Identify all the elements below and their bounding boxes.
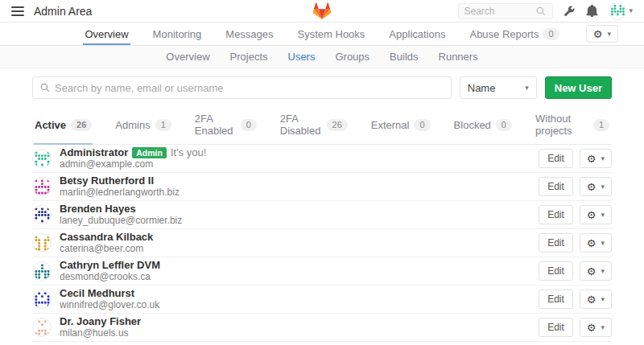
user-settings-dropdown[interactable]: ⚙ ▾ — [580, 205, 612, 224]
tab-label: Applications — [389, 28, 445, 40]
its-you-note: It's you! — [171, 146, 206, 158]
filter-tab-active[interactable]: Active26 — [34, 108, 93, 144]
avatar — [32, 290, 52, 309]
count-badge: 1 — [155, 119, 171, 131]
hamburger-menu-icon[interactable] — [11, 6, 24, 16]
user-filter-tabs: Active26Admins12FA Enabled02FA Disabled2… — [32, 106, 612, 145]
edit-button[interactable]: Edit — [539, 205, 573, 224]
new-user-button[interactable]: New User — [545, 76, 612, 99]
gear-icon: ⚙ — [587, 266, 597, 277]
avatar — [609, 2, 626, 20]
user-name[interactable]: Dr. Joany Fisher — [60, 315, 141, 327]
page-title: Admin Area — [34, 5, 92, 18]
gear-icon: ⚙ — [587, 238, 597, 248]
filter-label: External — [371, 119, 410, 131]
user-search-input[interactable] — [55, 82, 444, 94]
table-row: Brenden Hayes laney_dubuque@cormier.biz … — [32, 201, 612, 229]
filter-label: 2FA Enabled — [195, 113, 236, 137]
user-settings-dropdown[interactable]: ⚙ ▾ — [580, 290, 612, 309]
edit-button[interactable]: Edit — [539, 290, 573, 309]
filter-label: Admins — [115, 119, 150, 131]
chevron-down-icon: ▾ — [601, 240, 605, 247]
sort-dropdown[interactable]: Name ▾ — [460, 76, 537, 99]
gear-icon: ⚙ — [587, 154, 597, 164]
count-badge: 26 — [327, 119, 348, 131]
admin-wrench-icon[interactable] — [564, 5, 576, 17]
tab-applications[interactable]: Applications — [387, 23, 447, 45]
avatar — [32, 233, 52, 253]
table-row: Jazmin Sipes juliet.turner@leannon.co.uk… — [32, 342, 612, 345]
tab-messages[interactable]: Messages — [224, 23, 275, 45]
subnav-item-overview[interactable]: Overview — [166, 51, 209, 63]
gear-icon: ⚙ — [593, 29, 603, 39]
count-badge: 1 — [593, 119, 609, 131]
subnav-item-builds[interactable]: Builds — [390, 51, 418, 63]
filter-label: Without projects — [535, 113, 588, 137]
user-name[interactable]: Cecil Medhurst — [60, 287, 134, 299]
nav-settings-dropdown[interactable]: ⚙ ▾ — [586, 25, 618, 43]
filter-label: Blocked — [454, 119, 491, 131]
count-badge: 0 — [496, 119, 512, 131]
user-settings-dropdown[interactable]: ⚙ ▾ — [580, 149, 612, 168]
tab-label: System Hooks — [298, 28, 365, 40]
subnav-item-runners[interactable]: Runners — [439, 51, 478, 63]
user-email: admin@example.com — [60, 158, 206, 170]
user-email: marlin@lednerlangworth.biz — [60, 187, 180, 199]
top-header-bar: Admin Area — [0, 0, 644, 23]
user-settings-dropdown[interactable]: ⚙ ▾ — [580, 318, 612, 337]
tab-overview[interactable]: Overview — [83, 23, 130, 45]
tab-monitoring[interactable]: Monitoring — [151, 23, 204, 45]
edit-button[interactable]: Edit — [539, 318, 573, 337]
subnav-item-groups[interactable]: Groups — [335, 51, 369, 63]
search-icon — [536, 6, 546, 16]
count-badge: 0 — [414, 119, 430, 131]
user-avatar-menu[interactable]: ▾ — [609, 2, 633, 20]
sort-dropdown-label: Name — [468, 82, 496, 94]
filter-tab-blocked[interactable]: Blocked0 — [453, 108, 513, 144]
filter-tab-admins[interactable]: Admins1 — [114, 108, 171, 144]
filter-label: Active — [35, 119, 66, 131]
table-row: Cecil Medhurst winnifred@glover.co.uk Ed… — [32, 285, 612, 314]
edit-button[interactable]: Edit — [539, 177, 573, 196]
user-email: milan@huels.us — [60, 327, 141, 339]
user-name[interactable]: Cathryn Leffler DVM — [60, 259, 160, 271]
user-settings-dropdown[interactable]: ⚙ ▾ — [580, 233, 612, 253]
count-badge: 26 — [71, 119, 92, 131]
search-icon — [40, 83, 50, 92]
edit-button[interactable]: Edit — [539, 233, 573, 253]
filter-tab-external[interactable]: External0 — [370, 108, 431, 144]
user-name[interactable]: Brenden Hayes — [60, 203, 136, 215]
admin-badge: Admin — [132, 147, 167, 158]
tab-system-hooks[interactable]: System Hooks — [296, 23, 367, 45]
edit-button[interactable]: Edit — [539, 149, 573, 168]
user-name[interactable]: Cassandra Kilback — [60, 231, 153, 243]
chevron-down-icon: ▾ — [525, 84, 529, 92]
gear-icon: ⚙ — [587, 182, 597, 192]
subnav-item-users[interactable]: Users — [288, 51, 316, 63]
chevron-down-icon: ▾ — [601, 183, 605, 191]
user-name[interactable]: Administrator — [60, 146, 128, 158]
global-search-input[interactable] — [464, 6, 536, 17]
user-email: desmond@crooks.ca — [60, 271, 160, 283]
notifications-bell-icon[interactable] — [586, 5, 598, 17]
overview-sub-nav: OverviewProjectsUsersGroupsBuildsRunners — [0, 46, 644, 68]
user-settings-dropdown[interactable]: ⚙ ▾ — [580, 261, 612, 281]
gitlab-logo-icon[interactable] — [312, 2, 332, 23]
edit-button[interactable]: Edit — [539, 261, 573, 281]
filter-tab-2fa-disabled[interactable]: 2FA Disabled26 — [279, 108, 349, 144]
tab-abuse-reports[interactable]: Abuse Reports0 — [468, 23, 560, 45]
user-email: caterina@beer.com — [60, 243, 153, 255]
table-row: Dr. Joany Fisher milan@huels.us Edit ⚙ ▾ — [32, 314, 612, 342]
user-settings-dropdown[interactable]: ⚙ ▾ — [580, 177, 612, 196]
table-row: Cassandra Kilback caterina@beer.com Edit… — [32, 229, 612, 257]
table-row: Cathryn Leffler DVM desmond@crooks.ca Ed… — [32, 257, 612, 285]
subnav-item-projects[interactable]: Projects — [230, 51, 268, 63]
filter-tab-2fa-enabled[interactable]: 2FA Enabled0 — [194, 108, 258, 144]
global-search[interactable] — [458, 3, 553, 19]
avatar — [32, 177, 52, 196]
chevron-down-icon: ▾ — [601, 155, 605, 162]
chevron-down-icon: ▾ — [601, 268, 605, 275]
user-search[interactable] — [32, 76, 452, 99]
user-name[interactable]: Betsy Rutherford II — [60, 175, 154, 187]
filter-tab-without-projects[interactable]: Without projects1 — [535, 108, 610, 144]
